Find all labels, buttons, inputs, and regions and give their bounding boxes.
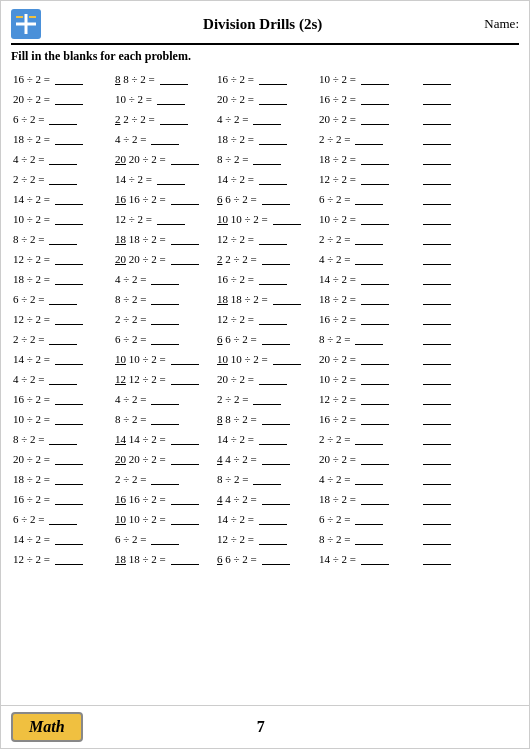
problem-text-r20-c3: 4 ÷ 2 =: [319, 471, 383, 485]
problem-text-r0-c0: 16 ÷ 2 =: [13, 71, 83, 85]
problem-cell-r18-c3: 2 ÷ 2 =: [317, 428, 417, 448]
answer-blank-r21: [423, 491, 451, 505]
problem-cell-r22-c1: 10 10 ÷ 2 =: [113, 508, 213, 528]
problem-cell-r6-c0: 14 ÷ 2 =: [11, 188, 111, 208]
problem-cell-r5-c0: 2 ÷ 2 =: [11, 168, 111, 188]
problem-text-r18-c1: 14 14 ÷ 2 =: [115, 431, 199, 445]
problem-cell-r10-c1: 4 ÷ 2 =: [113, 268, 213, 288]
problem-cell-r22-c0: 6 ÷ 2 =: [11, 508, 111, 528]
problem-cell-r0-c1: 8 8 ÷ 2 =: [113, 68, 213, 88]
problem-text-r24-c2: 6 6 ÷ 2 =: [217, 551, 290, 565]
problem-text-r20-c0: 18 ÷ 2 =: [13, 471, 83, 485]
answer-blank: [171, 491, 199, 505]
problem-text-r6-c0: 14 ÷ 2 =: [13, 191, 83, 205]
problem-cell-r15-c4: [419, 368, 519, 388]
answer-blank: [171, 251, 199, 265]
prefilled-answer: 10: [115, 353, 126, 365]
problem-cell-r19-c0: 20 ÷ 2 =: [11, 448, 111, 468]
answer-blank: [151, 411, 179, 425]
problem-text-r11-c1: 8 ÷ 2 =: [115, 291, 179, 305]
answer-blank: [355, 531, 383, 545]
problem-cell-r1-c0: 20 ÷ 2 =: [11, 88, 111, 108]
problem-text-r15-c3: 10 ÷ 2 =: [319, 371, 389, 385]
problem-text-r12-c0: 12 ÷ 2 =: [13, 311, 83, 325]
answer-blank: [259, 511, 287, 525]
problem-cell-r0-c2: 16 ÷ 2 =: [215, 68, 315, 88]
problem-text-r19-c0: 20 ÷ 2 =: [13, 451, 83, 465]
answer-blank: [361, 451, 389, 465]
problem-cell-r11-c2: 18 18 ÷ 2 =: [215, 288, 315, 308]
problem-cell-r3-c0: 18 ÷ 2 =: [11, 128, 111, 148]
answer-blank: [259, 131, 287, 145]
problem-text-r5-c0: 2 ÷ 2 =: [13, 171, 77, 185]
problem-cell-r17-c4: [419, 408, 519, 428]
answer-blank-r3: [423, 131, 451, 145]
answer-blank: [355, 471, 383, 485]
answer-blank: [55, 251, 83, 265]
problem-cell-r14-c1: 10 10 ÷ 2 =: [113, 348, 213, 368]
answer-blank-r2: [423, 111, 451, 125]
answer-blank-r19: [423, 451, 451, 465]
problem-cell-r18-c4: [419, 428, 519, 448]
page-footer: Math 7: [1, 705, 529, 748]
problem-text-r2-c1: 2 2 ÷ 2 =: [115, 111, 188, 125]
problem-text-r17-c0: 10 ÷ 2 =: [13, 411, 83, 425]
problem-text-r17-c3: 16 ÷ 2 =: [319, 411, 389, 425]
problem-cell-r13-c1: 6 ÷ 2 =: [113, 328, 213, 348]
answer-blank: [355, 331, 383, 345]
problem-cell-r2-c1: 2 2 ÷ 2 =: [113, 108, 213, 128]
problem-text-r6-c3: 6 ÷ 2 =: [319, 191, 383, 205]
answer-blank: [151, 311, 179, 325]
problem-cell-r13-c2: 6 6 ÷ 2 =: [215, 328, 315, 348]
answer-blank: [55, 211, 83, 225]
problem-text-r11-c3: 18 ÷ 2 =: [319, 291, 389, 305]
problem-cell-r13-c3: 8 ÷ 2 =: [317, 328, 417, 348]
problem-text-r16-c3: 12 ÷ 2 =: [319, 391, 389, 405]
answer-blank: [55, 191, 83, 205]
problem-text-r3-c0: 18 ÷ 2 =: [13, 131, 83, 145]
answer-blank-r12: [423, 311, 451, 325]
problem-text-r2-c3: 20 ÷ 2 =: [319, 111, 389, 125]
answer-blank: [361, 391, 389, 405]
problem-text-r7-c3: 10 ÷ 2 =: [319, 211, 389, 225]
problem-cell-r7-c4: [419, 208, 519, 228]
answer-blank: [171, 451, 199, 465]
problem-text-r16-c0: 16 ÷ 2 =: [13, 391, 83, 405]
problem-cell-r23-c3: 8 ÷ 2 =: [317, 528, 417, 548]
problem-text-r4-c3: 18 ÷ 2 =: [319, 151, 389, 165]
answer-blank: [151, 531, 179, 545]
problem-cell-r4-c1: 20 20 ÷ 2 =: [113, 148, 213, 168]
problem-cell-r22-c4: [419, 508, 519, 528]
problem-cell-r19-c1: 20 20 ÷ 2 =: [113, 448, 213, 468]
problem-text-r23-c2: 12 ÷ 2 =: [217, 531, 287, 545]
answer-blank: [55, 71, 83, 85]
problem-text-r9-c0: 12 ÷ 2 =: [13, 251, 83, 265]
answer-blank-r14: [423, 351, 451, 365]
problem-cell-r21-c3: 18 ÷ 2 =: [317, 488, 417, 508]
problem-cell-r12-c0: 12 ÷ 2 =: [11, 308, 111, 328]
answer-blank-r0: [423, 71, 451, 85]
problem-text-r7-c2: 10 10 ÷ 2 =: [217, 211, 301, 225]
problem-cell-r15-c0: 4 ÷ 2 =: [11, 368, 111, 388]
problem-cell-r23-c4: [419, 528, 519, 548]
prefilled-answer: 18: [115, 233, 126, 245]
answer-blank: [49, 371, 77, 385]
problem-text-r15-c1: 12 12 ÷ 2 =: [115, 371, 199, 385]
answer-blank-r23: [423, 531, 451, 545]
answer-blank: [259, 171, 287, 185]
problem-text-r10-c1: 4 ÷ 2 =: [115, 271, 179, 285]
prefilled-answer: 6: [217, 333, 223, 345]
problem-cell-r23-c0: 14 ÷ 2 =: [11, 528, 111, 548]
answer-blank: [171, 371, 199, 385]
problem-text-r0-c3: 10 ÷ 2 =: [319, 71, 389, 85]
problem-cell-r12-c1: 2 ÷ 2 =: [113, 308, 213, 328]
problem-cell-r19-c4: [419, 448, 519, 468]
problem-text-r10-c0: 18 ÷ 2 =: [13, 271, 83, 285]
problem-cell-r24-c3: 14 ÷ 2 =: [317, 548, 417, 568]
answer-blank-r1: [423, 91, 451, 105]
answer-blank: [55, 491, 83, 505]
problem-cell-r12-c2: 12 ÷ 2 =: [215, 308, 315, 328]
problem-cell-r9-c2: 2 2 ÷ 2 =: [215, 248, 315, 268]
problem-cell-r8-c1: 18 18 ÷ 2 =: [113, 228, 213, 248]
page-number: 7: [3, 718, 519, 736]
